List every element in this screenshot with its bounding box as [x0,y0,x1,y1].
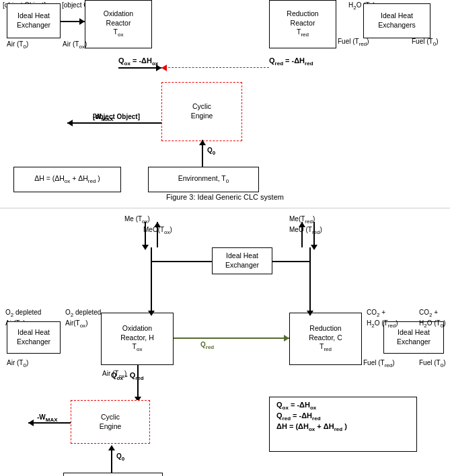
b-cyclic-l1: Cyclic [101,413,120,422]
top-red-line3: Tred [297,28,309,38]
bottom-ideal-he-top: Ideal Heat Exchanger [212,247,272,274]
b-ihe-right-l1: Ideal Heat [398,328,430,338]
bottom-equations-box: Qox = -ΔHox Qred = -ΔHred ΔH = (ΔHox + Δ… [269,397,417,452]
b-qred-line [174,338,289,339]
co2-tred-label: CO2 +H2O (Tred) [367,308,398,329]
fuel-tred-label: Fuel (Tred) [338,38,369,47]
b-wmax-label: -WMAX [37,413,58,423]
bottom-ox-reactor: Oxidation Reactor, H Tox [101,313,174,365]
b-qred-label: Qred [200,341,214,350]
top-ox-line1: Oxidation [104,9,133,19]
top-red-line1: Reduction [287,9,318,19]
b-red-l2: Reactor, C [309,333,342,343]
b-ihe-right-l2: Exchanger [397,338,430,347]
top-ox-reactor: Oxidation Reactor Tox [85,0,152,48]
top-delta-h: ΔH = (ΔHox + ΔHred ) [13,167,121,192]
top-reduction-reactor: Reduction Reactor Tred [269,0,336,48]
b-red-l1: Reduction [309,324,341,333]
wmax-arrowhead [67,120,73,126]
bottom-reduction-reactor: Reduction Reactor, C Tred [289,313,362,365]
air-t0-left: Air (T0) [7,40,28,50]
wmax-line [67,122,161,124]
b-meo-tred-arrow [311,245,317,250]
q0-label: Q0 [207,147,215,156]
top-red-line2: Reactor [291,19,315,28]
o2-dep-tox: O2 depletedAir(Tox) [65,308,101,329]
b-ihe-to-red-line [272,261,309,262]
bottom-diagram: Me (Tox) MeO(Tox) Me(Tred) MeO (Tred) Id… [0,208,450,457]
b-me-tox-line [145,222,146,247]
b-qox-qred-label: Qox - Qred [111,371,144,381]
b-ihe-top-l1: Ideal Heat [226,251,258,261]
meo-tred-label: MeO (Tred) [289,226,322,235]
top-diagram: [object Object] [object Object] Ideal He… [0,0,450,208]
b-ihe-left-l1: Ideal Heat [17,328,50,338]
b-ihe-to-ox-line [151,261,212,262]
b-ox-vert-arrow [148,311,155,316]
b-ox-to-cyclic-line [137,365,139,400]
b-red-l3: Tred [320,342,332,353]
b-ihe-left-l2: Exchanger [17,338,50,347]
b-ihe-top-l2: Exchanger [225,261,259,270]
bottom-ideal-he-left: Ideal Heat Exchanger [7,321,61,354]
b-cyclic-l2: Engine [100,422,122,432]
b-fuel-t0: Fuel (T0) [419,359,445,368]
top-ideal-he-left: Ideal Heat Exchanger [7,3,61,38]
top-environment: Environment, T0 [148,167,259,192]
top-ideal-he-left-line1: Ideal Heat [17,11,50,21]
b-eq-dh: ΔH = (ΔHox + ΔHred ) [276,422,410,432]
b-me-tred-arrow [299,222,305,227]
b-eq-qox: Qox = -ΔHox [276,401,410,411]
b-me-tox-arrow [142,245,149,250]
top-cyclic-line2: Engine [191,112,213,121]
b-ox-l3: Tox [133,342,143,353]
b-red-vert-arrow [307,311,313,316]
co2-t0-label: CO2 +H2O (T0) [419,308,445,329]
b-q0-label: Q0 [116,452,124,462]
wmax-label-display: -WMAX [93,113,114,122]
top-ideal-he-right-line2: Exchangers [378,21,415,30]
b-meo-tred-line [313,222,315,247]
b-q0-arrowhead [108,445,115,450]
b-fuel-tred: Fuel (Tred) [363,359,395,368]
qox-label: Qox = -ΔHox [118,56,158,67]
b-eq-qred: Qred = -ΔHred [276,411,410,422]
figure-caption: Figure 3: Ideal Generic CLC system [0,190,450,205]
top-env-text: Environment, T0 [178,174,229,185]
bottom-environment: Environment, T0 [63,473,163,476]
top-cyclic-engine: Cyclic Engine [161,82,242,141]
qred-label: Qred = -ΔHred [269,56,313,67]
b-ox-l1: Oxidation [122,324,152,333]
b-qred-arrowhead [284,335,289,342]
top-ox-line3: Tox [114,28,124,38]
qred-arrowhead [161,65,167,71]
fuel-t0-label: Fuel (T0) [412,38,438,47]
b-meo-tox-arrow [154,222,161,227]
b-ox-vert [151,274,152,314]
top-cyclic-line1: Cyclic [192,102,211,112]
b-air-t0: Air (T0) [7,359,28,368]
b-ox-l2: Reactor, H [120,333,154,343]
b-wmax-arrowhead [28,420,34,426]
top-ideal-he-right: Ideal Heat Exchangers [363,3,430,38]
arrow-to-ox [79,18,85,25]
q0-arrowhead [199,140,206,145]
b-red-vert [309,274,311,314]
top-ideal-he-right-line1: Ideal Heat [381,11,413,21]
air-tox-bottom: Air (Tox) [63,40,87,50]
me-tox-label: Me (Tox) [124,215,150,225]
bottom-cyclic-engine: Cyclic Engine [71,400,150,444]
top-ideal-he-left-line2: Exchanger [17,21,50,30]
full-diagram: [object Object] [object Object] Ideal He… [0,0,450,457]
qox-line [118,67,161,69]
top-dh-text: ΔH = (ΔHox + ΔHred ) [34,174,100,185]
top-ox-line2: Reactor [106,19,131,28]
qred-line-top [161,67,269,68]
